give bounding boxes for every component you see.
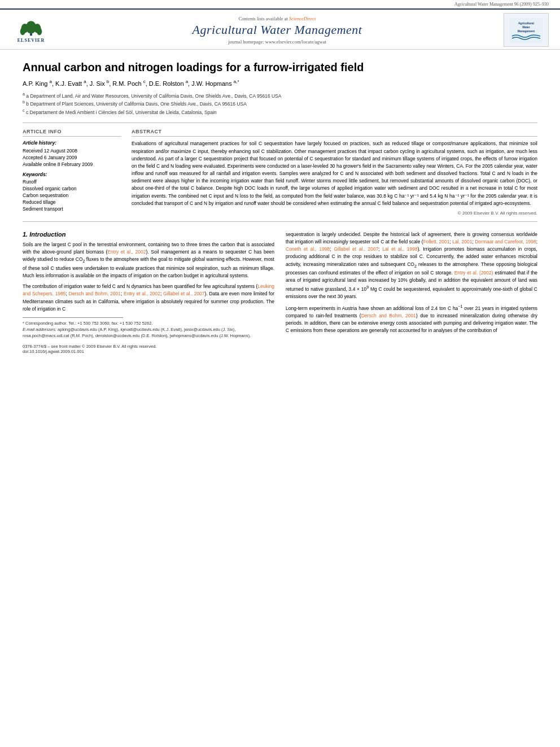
journal-banner: Agricultural Water Management 96 (2009) … [0, 0, 560, 10]
elsevier-tree-icon [17, 17, 45, 37]
keyword-3: Carbon sequestration [23, 193, 121, 198]
body-right-col: sequestration is largely undecided. Desp… [286, 231, 537, 354]
affiliation-b: b b Department of Plant Sciences, Univer… [23, 99, 537, 108]
ref-entry2002[interactable]: Entry et al., 2002 [107, 249, 146, 255]
ref-follett2001[interactable]: Follett, 2001 [423, 239, 450, 244]
ref-coneth1998[interactable]: Coneth et al., 1998 [286, 246, 330, 252]
ref-gillabel2007[interactable]: Gillabel et al., 2007 [163, 291, 205, 296]
journal-logo-right: Agricultural Water Management [504, 13, 549, 47]
footnote-emails: E-mail addresses: apking@ucdavis.edu (A.… [23, 326, 274, 339]
svg-text:Agricultural: Agricultural [518, 21, 535, 25]
page-wrapper: Agricultural Water Management 96 (2009) … [0, 0, 560, 747]
svg-point-4 [20, 28, 25, 35]
available-date: Available online 8 February 2009 [23, 161, 121, 167]
keyword-2: Dissolved organic carbon [23, 186, 121, 191]
intro-para2: The contribution of irrigation water to … [23, 283, 274, 313]
journal-citation: Agricultural Water Management 96 (2009) … [454, 2, 549, 7]
affiliation-a: a a Department of Land, Air and Water Re… [23, 91, 537, 100]
affiliations: a a Department of Land, Air and Water Re… [23, 91, 537, 116]
body-section: 1. Introduction Soils are the largest C … [23, 231, 537, 354]
sciencedirect-line: Contents lists available at ScienceDirec… [51, 16, 504, 21]
svg-point-5 [37, 28, 42, 35]
elsevier-label: ELSEVIER [18, 38, 45, 43]
right-para2: Long-term experiments in Austria have sh… [286, 304, 537, 335]
content-area: Annual carbon and nitrogen loadings for … [0, 50, 560, 365]
body-two-col: 1. Introduction Soils are the largest C … [23, 231, 537, 354]
article-title: Annual carbon and nitrogen loadings for … [23, 60, 537, 75]
keywords-label: Keywords: [23, 172, 121, 177]
journal-logo-icon: Agricultural Water Management [509, 18, 543, 43]
authors-line: A.P. King a, K.J. Evatt a, J. Six b, R.M… [23, 79, 537, 87]
keyword-5: Sediment transport [23, 206, 121, 212]
header-divider [23, 123, 537, 123]
ref-gillabel2007b[interactable]: Gillabel et al., 2007 [334, 246, 378, 252]
article-info-col: ARTICLE INFO Article history: Received 1… [23, 129, 121, 216]
received-date: Received 12 August 2008 [23, 148, 121, 154]
ref-lal2001[interactable]: Lal, 2001 [452, 239, 472, 244]
history-label: Article history: [23, 140, 121, 146]
doi-line: doi:10.1016/j.agwat.2009.01.001 [23, 349, 274, 354]
svg-text:Management: Management [518, 29, 535, 33]
footnote-divider [23, 317, 123, 318]
ref-dersch2001[interactable]: Dersch and Bohm, 2001 [69, 291, 121, 296]
article-info-header: ARTICLE INFO [23, 129, 121, 137]
keyword-1: Runoff [23, 179, 121, 185]
footnote-corresponding: * Corresponding author. Tel.: +1 530 752… [23, 320, 274, 326]
issn-line: 0378-3774/$ – see front matter © 2009 El… [23, 344, 274, 349]
elsevier-logo: ELSEVIER [11, 15, 51, 46]
journal-title-block: Contents lists available at ScienceDirec… [51, 16, 504, 45]
intro-title: 1. Introduction [23, 231, 274, 238]
ref-dersch2001b[interactable]: Dersch and Bohm, 2001 [361, 313, 416, 318]
journal-title: Agricultural Water Management [51, 23, 504, 37]
ref-entry2002b[interactable]: Entry et al., 2002 [124, 291, 160, 296]
ref-lal1998[interactable]: Lal et al., 1998 [382, 246, 417, 252]
affiliation-c: c c Departament de Medi Ambient i Ciènci… [23, 108, 537, 116]
copyright-line: © 2009 Elsevier B.V. All rights reserved… [132, 211, 537, 216]
abstract-text: Evaluations of agricultural management p… [132, 140, 537, 207]
accepted-date: Accepted 6 January 2009 [23, 155, 121, 160]
ref-dormaar1998[interactable]: Dormaar and Carefoot, 1998 [475, 239, 536, 244]
intro-para1: Soils are the largest C pool in the terr… [23, 241, 274, 279]
svg-text:Water: Water [522, 25, 530, 29]
abstract-header: ABSTRACT [132, 129, 537, 137]
journal-header: ELSEVIER Contents lists available at Sci… [0, 10, 560, 50]
body-left-col: 1. Introduction Soils are the largest C … [23, 231, 274, 354]
ref-entry2002c[interactable]: Entry et al. (2002) [454, 270, 493, 276]
right-para1: sequestration is largely undecided. Desp… [286, 231, 537, 300]
abstract-col: ABSTRACT Evaluations of agricultural man… [132, 129, 537, 216]
body-divider [23, 221, 537, 222]
header-left: ELSEVIER [11, 15, 51, 46]
journal-homepage: journal homepage: www.elsevier.com/locat… [51, 39, 504, 45]
article-info-abstract: ARTICLE INFO Article history: Received 1… [23, 129, 537, 216]
keyword-4: Reduced tillage [23, 199, 121, 205]
sciencedirect-link[interactable]: ScienceDirect [289, 16, 316, 21]
